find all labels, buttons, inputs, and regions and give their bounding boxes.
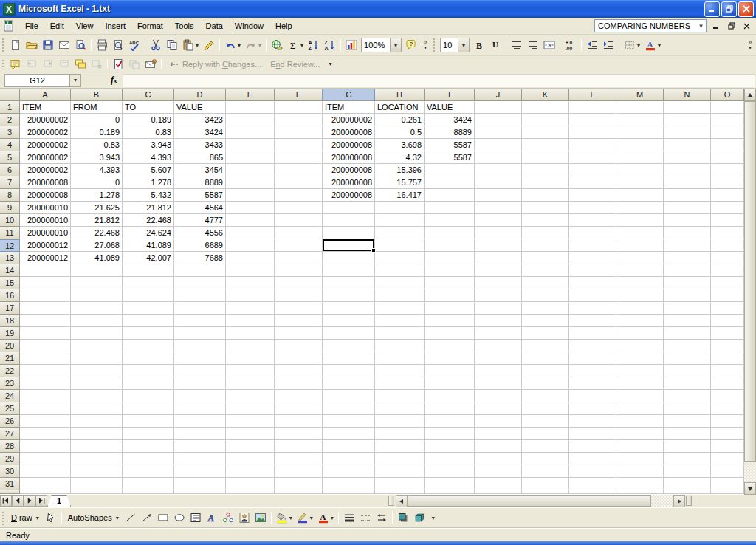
- cell-H7[interactable]: 15.757: [375, 176, 425, 189]
- cell-E25[interactable]: [226, 402, 275, 415]
- cell-C20[interactable]: [123, 340, 174, 352]
- cell-A15[interactable]: [20, 277, 71, 289]
- cell-D29[interactable]: [174, 453, 226, 465]
- cell-C19[interactable]: [123, 327, 174, 340]
- cell-G4[interactable]: 200000008: [323, 139, 375, 151]
- reviewing-toolbar-grip[interactable]: [1, 58, 5, 69]
- cell-N25[interactable]: [664, 402, 711, 415]
- cell-N1[interactable]: [664, 101, 711, 114]
- cell-G3[interactable]: 200000008: [323, 126, 375, 139]
- cell-I3[interactable]: 8889: [425, 126, 475, 139]
- cell-B26[interactable]: [71, 415, 123, 428]
- cell-I25[interactable]: [425, 402, 475, 415]
- first-sheet-button[interactable]: [0, 495, 12, 507]
- cell-I15[interactable]: [425, 277, 475, 289]
- cell-G14[interactable]: [323, 264, 375, 277]
- cell-A26[interactable]: [20, 415, 71, 428]
- cell-N3[interactable]: [664, 126, 711, 139]
- search-button[interactable]: [72, 37, 89, 53]
- cell-B29[interactable]: [71, 453, 123, 465]
- column-header-G[interactable]: G: [323, 89, 375, 101]
- cell-M3[interactable]: [616, 126, 664, 139]
- cell-K30[interactable]: [522, 465, 569, 478]
- cell-O3[interactable]: [711, 126, 744, 139]
- cell-A25[interactable]: [20, 402, 71, 415]
- cell-N5[interactable]: [664, 151, 711, 164]
- cell-F6[interactable]: [275, 164, 323, 176]
- cell-H11[interactable]: [375, 227, 425, 239]
- cell-D19[interactable]: [174, 327, 226, 340]
- cell-F10[interactable]: [275, 214, 323, 227]
- cell-N11[interactable]: [664, 227, 711, 239]
- cell-C10[interactable]: 22.468: [123, 214, 174, 227]
- cell-J17[interactable]: [475, 302, 522, 315]
- cell-B27[interactable]: [71, 428, 123, 440]
- cell-J23[interactable]: [475, 377, 522, 390]
- cell-C28[interactable]: [123, 440, 174, 453]
- cell-L1[interactable]: [569, 101, 616, 114]
- cell-F25[interactable]: [275, 402, 323, 415]
- scroll-right-button[interactable]: [673, 495, 685, 507]
- spelling-button[interactable]: ABC: [126, 37, 142, 53]
- cell-C2[interactable]: 0.189: [123, 114, 174, 126]
- cell-D27[interactable]: [174, 428, 226, 440]
- cell-M17[interactable]: [616, 302, 664, 315]
- cell-F1[interactable]: [275, 101, 323, 114]
- cell-L24[interactable]: [569, 390, 616, 402]
- cell-I8[interactable]: [425, 189, 475, 202]
- cell-A12[interactable]: 200000012: [20, 239, 71, 252]
- clip-art-button[interactable]: [236, 510, 252, 526]
- cell-M6[interactable]: [616, 164, 664, 176]
- cell-A24[interactable]: [20, 390, 71, 402]
- cell-E30[interactable]: [226, 465, 275, 478]
- cell-I12[interactable]: [425, 239, 475, 252]
- cell-L27[interactable]: [569, 428, 616, 440]
- cell-B8[interactable]: 1.278: [71, 189, 123, 202]
- cell-D6[interactable]: 3454: [174, 164, 226, 176]
- row-header-24[interactable]: 24: [0, 390, 20, 402]
- cell-I31[interactable]: [425, 478, 475, 490]
- cell-N16[interactable]: [664, 289, 711, 302]
- line-button[interactable]: [123, 510, 139, 526]
- cell-I11[interactable]: [425, 227, 475, 239]
- cell-J19[interactable]: [475, 327, 522, 340]
- cell-L5[interactable]: [569, 151, 616, 164]
- cell-E18[interactable]: [226, 315, 275, 327]
- cell-I26[interactable]: [425, 415, 475, 428]
- cell-N29[interactable]: [664, 453, 711, 465]
- draw-menu-button[interactable]: Draw▾: [7, 512, 43, 524]
- cell-A21[interactable]: [20, 352, 71, 365]
- autosum-button[interactable]: Σ▾: [285, 37, 306, 53]
- cell-F16[interactable]: [275, 289, 323, 302]
- column-header-D[interactable]: D: [174, 89, 226, 101]
- cell-M15[interactable]: [616, 277, 664, 289]
- row-header-19[interactable]: 19: [0, 327, 20, 340]
- cell-K19[interactable]: [522, 327, 569, 340]
- cell-B3[interactable]: 0.189: [71, 126, 123, 139]
- cell-I2[interactable]: 3424: [425, 114, 475, 126]
- cell-M10[interactable]: [616, 214, 664, 227]
- menu-edit[interactable]: Edit: [44, 19, 70, 32]
- font-size-dropdown[interactable]: ▾: [458, 38, 469, 52]
- row-header-8[interactable]: 8: [0, 189, 20, 202]
- row-header-14[interactable]: 14: [0, 264, 20, 277]
- cell-L11[interactable]: [569, 227, 616, 239]
- cell-I6[interactable]: [425, 164, 475, 176]
- cell-N6[interactable]: [664, 164, 711, 176]
- show-all-comments-button[interactable]: [72, 57, 89, 71]
- cell-I16[interactable]: [425, 289, 475, 302]
- cell-B15[interactable]: [71, 277, 123, 289]
- workbook-restore-button[interactable]: [725, 21, 738, 32]
- cell-M25[interactable]: [616, 402, 664, 415]
- cell-G25[interactable]: [323, 402, 375, 415]
- picture-button[interactable]: [252, 510, 269, 526]
- row-header-21[interactable]: 21: [0, 352, 20, 365]
- cell-G7[interactable]: 200000008: [323, 176, 375, 189]
- cell-F28[interactable]: [275, 440, 323, 453]
- cell-G18[interactable]: [323, 315, 375, 327]
- row-header-22[interactable]: 22: [0, 365, 20, 377]
- fill-color-button[interactable]: ▾: [274, 510, 295, 526]
- cell-D8[interactable]: 5587: [174, 189, 226, 202]
- cell-H4[interactable]: 3.698: [375, 139, 425, 151]
- cell-H13[interactable]: [375, 252, 425, 264]
